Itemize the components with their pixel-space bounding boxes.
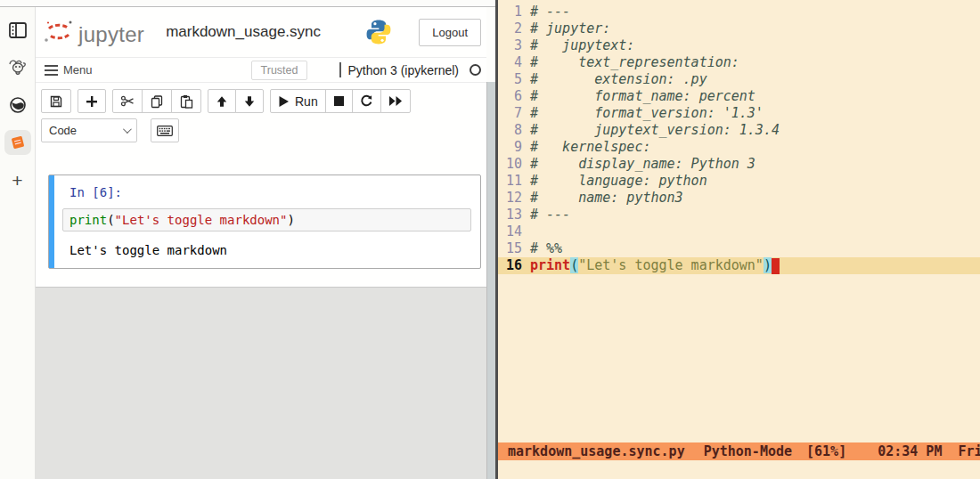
code-line: 7# format_version: '1.3' [498,105,980,122]
save-button[interactable] [41,89,71,113]
copy-icon [150,94,164,109]
new-tab-plus-icon[interactable]: + [4,167,31,192]
jupyter-logo[interactable]: jupyter [43,19,144,45]
gnu-icon[interactable] [4,55,31,80]
line-text: # --- [530,207,980,223]
code-line: 1# --- [498,4,980,20]
toolbar-row2: Code [36,118,486,150]
emacs-modeline: markdown_usage.sync.py Python-Mode [61%]… [498,442,980,460]
panel-toggle-icon[interactable] [4,18,31,43]
paste-cell-button[interactable] [171,89,201,113]
line-number: 9 [498,139,530,156]
move-cell-down-button[interactable] [235,89,264,113]
line-number: 2 [498,20,530,37]
line-text: # jupytext: [530,37,980,54]
hamburger-icon [45,65,58,76]
line-number: 3 [498,37,530,54]
chevron-down-icon [123,125,132,134]
add-cell-icon [86,95,98,108]
line-number: 13 [498,207,530,223]
code-line: 3# jupytext: [498,37,980,54]
browser-tab-sidebar: + [0,7,36,479]
kernel-name: Python 3 (ipykernel) [347,63,459,77]
jupyter-logo-icon [43,19,75,45]
input-prompt: In [6]: [69,185,471,199]
keyboard-icon [157,126,173,136]
cell-type-value: Code [49,124,77,137]
browser-top-edge [0,0,495,7]
line-text: # kernelspec: [530,139,980,156]
code-line: 11# language: python [498,173,980,190]
line-text: # format_name: percent [530,88,980,105]
trusted-badge[interactable]: Trusted [251,61,308,80]
modeline-major-mode[interactable]: Python-Mode [704,442,792,460]
line-number: 15 [498,240,530,257]
copy-cell-button[interactable] [142,89,172,113]
code-cell[interactable]: In [6]: print("Let's toggle markdown") L… [48,175,481,269]
line-text: # %% [530,240,980,257]
line-text: # extension: .py [530,71,980,88]
paste-icon [179,94,193,109]
line-number: 7 [498,105,530,122]
line-number: 10 [498,156,530,173]
line-number: 14 [498,223,530,240]
move-cell-up-button[interactable] [208,89,236,113]
add-cell-button[interactable] [78,89,106,113]
cell-output: Let's toggle markdown [69,243,471,257]
move-down-icon [243,95,256,108]
cell-type-select[interactable]: Code [41,118,137,142]
line-text: # jupyter: [530,20,980,37]
emacs-cursor [772,258,780,274]
command-palette-button[interactable] [151,118,179,142]
fast-forward-icon [388,95,403,107]
modeline-day: Fri [958,442,980,460]
jupyter-notebook-app: jupyter markdown_usage.sync Logout [36,7,486,479]
code-line: 12# name: python3 [498,190,980,207]
jupyter-logo-text: jupyter [78,24,144,45]
modeline-scroll-percent: [61%] [806,442,846,460]
notebook-toolbar: Run [36,83,486,118]
code-line: 15# %% [498,240,980,257]
line-text [530,223,980,240]
code-paren-close: ) [287,213,294,227]
line-number: 16 [498,257,530,274]
emacs-window: 1# ---2# jupyter:3# jupytext:4# text_rep… [498,0,980,479]
code-keyword: print [69,213,107,227]
emacs-echo-area[interactable] [498,460,980,479]
code-line: 14 [498,223,980,240]
line-text: # jupytext_version: 1.3.4 [530,122,980,139]
notebook-header: jupyter markdown_usage.sync Logout [36,7,486,58]
line-number: 11 [498,173,530,190]
line-number: 4 [498,54,530,71]
menu-button[interactable]: Menu [45,63,93,77]
browser-scrollbar [486,7,495,479]
kernel-separator [339,62,341,77]
logout-button[interactable]: Logout [419,19,481,46]
modeline-filename[interactable]: markdown_usage.sync.py [508,442,685,460]
restart-run-all-button[interactable] [380,89,411,113]
line-text: print("Let's toggle markdown") [530,257,980,274]
emacs-buffer[interactable]: 1# ---2# jupyter:3# jupytext:4# text_rep… [498,0,980,442]
interrupt-kernel-button[interactable] [325,89,353,113]
notebook-title[interactable]: markdown_usage.sync [166,23,321,41]
run-icon [278,95,290,108]
notebook-background [36,287,486,479]
restart-kernel-button[interactable] [352,89,381,113]
scrollbar-track[interactable] [486,82,495,479]
run-button[interactable]: Run [270,89,326,113]
browser-window: + jupyter markdown_us [0,0,495,479]
line-text: # --- [530,4,980,20]
code-line: 6# format_name: percent [498,88,980,105]
cell-input-editor[interactable]: print("Let's toggle markdown") [62,208,471,231]
run-label: Run [295,94,318,109]
code-line: 9# kernelspec: [498,139,980,156]
jupyter-notebook-icon[interactable] [4,130,31,155]
line-text: # language: python [530,173,980,190]
line-text: # format_version: '1.3' [530,105,980,122]
globe-icon[interactable] [4,93,31,118]
cut-cell-button[interactable] [112,89,143,113]
code-paren-open: ( [107,213,114,227]
kernel-status-icon[interactable] [470,64,481,76]
modeline-time: 02:34 PM [878,442,942,460]
notebook-content-area: In [6]: print("Let's toggle markdown") L… [36,150,486,287]
